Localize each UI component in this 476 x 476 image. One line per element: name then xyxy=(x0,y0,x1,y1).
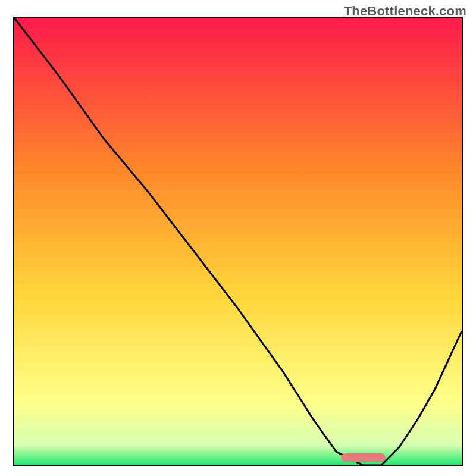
chart-area xyxy=(13,17,463,466)
watermark-text: TheBottleneck.com xyxy=(344,4,466,19)
chart-svg xyxy=(14,18,462,465)
optimal-range-marker xyxy=(341,453,386,462)
gradient-background xyxy=(14,18,462,465)
